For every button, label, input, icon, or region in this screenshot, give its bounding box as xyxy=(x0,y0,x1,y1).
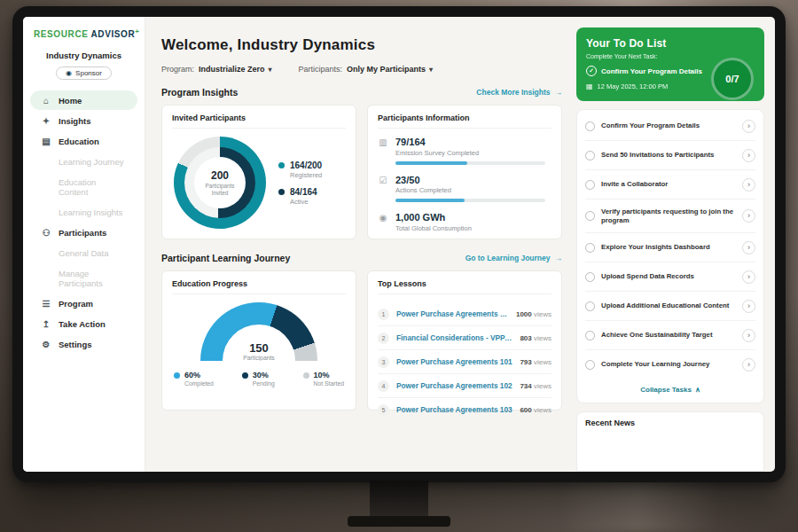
sidebar-item-home[interactable]: ⌂ Home xyxy=(30,90,137,110)
program-filter: Program: Industrialize Zero ▾ xyxy=(161,65,272,74)
chevron-right-icon[interactable]: › xyxy=(742,149,755,162)
chevron-right-icon[interactable]: › xyxy=(742,358,755,372)
donut-center: 200 Participants Invited xyxy=(194,157,246,208)
sidebar-item-education[interactable]: ▤ Education xyxy=(30,131,137,151)
task-item[interactable]: Complete Your Learning Journey › xyxy=(585,350,755,379)
chevron-down-icon: ▾ xyxy=(429,66,433,74)
check-more-insights-link[interactable]: Check More Insights → xyxy=(476,88,562,97)
logo-advisor: ADVISOR xyxy=(91,29,136,39)
legend-value: 84/164 xyxy=(290,187,317,197)
task-item[interactable]: Send 50 Invitations to Participants › xyxy=(585,141,755,170)
main-content: Welcome, Industry Dynamics Program: Indu… xyxy=(145,17,575,472)
progress-fill xyxy=(395,161,467,165)
education-icon: ▤ xyxy=(41,137,51,146)
take-action-icon: ↥ xyxy=(41,319,51,329)
info-label: Actions Completed xyxy=(395,186,552,194)
task-item[interactable]: Upload Additional Educational Content › xyxy=(585,292,755,321)
todo-progress-value: 0/7 xyxy=(725,74,739,84)
link-label: Go to Learning Journey xyxy=(466,254,551,262)
lesson-link[interactable]: Financial Considerations - VPPAs xyxy=(396,333,512,342)
donut-center-value: 200 xyxy=(211,169,229,182)
lesson-row[interactable]: 4 Power Purchase Agreements 102 734 view… xyxy=(378,374,552,398)
task-checkbox[interactable] xyxy=(585,272,595,282)
progress-fill xyxy=(395,199,465,202)
lesson-link[interactable]: Power Purchase Agreements 101 xyxy=(396,309,509,318)
task-label: Upload Additional Educational Content xyxy=(601,301,736,310)
recent-news-title: Recent News xyxy=(585,419,635,427)
actions-completed-icon: ☑ xyxy=(378,176,388,203)
task-checkbox[interactable] xyxy=(585,151,595,160)
legend-item-completed: 60% Completed xyxy=(174,371,214,387)
chevron-right-icon[interactable]: › xyxy=(742,178,755,192)
program-dropdown[interactable]: Industrialize Zero ▾ xyxy=(199,65,272,74)
sponsor-badge[interactable]: ◉ Sponsor xyxy=(56,66,112,80)
task-item[interactable]: Invite a Collaborator › xyxy=(585,170,755,200)
task-item[interactable]: Confirm Your Program Details › xyxy=(585,112,755,141)
monitor-stand-base xyxy=(348,516,450,527)
card-title: Invited Participants xyxy=(172,113,346,129)
info-value: 79/164 xyxy=(395,137,552,147)
lesson-row[interactable]: 5 Power Purchase Agreements 103 600 view… xyxy=(378,398,552,421)
task-checkbox[interactable] xyxy=(585,360,595,370)
sidebar-item-participants[interactable]: ⚇ Participants xyxy=(30,223,137,242)
gauge-legend: 60% Completed 30% Pending xyxy=(172,371,346,387)
sidebar-item-program[interactable]: ☰ Program xyxy=(30,293,137,313)
chevron-right-icon[interactable]: › xyxy=(742,300,755,313)
lesson-row[interactable]: 3 Power Purchase Agreements 101 793 view… xyxy=(378,350,552,374)
sidebar-item-education-content[interactable]: Education Content xyxy=(30,172,137,201)
task-checkbox[interactable] xyxy=(585,243,595,253)
task-checkbox[interactable] xyxy=(585,121,595,131)
recent-news-header: Recent News xyxy=(576,411,764,472)
collapse-tasks-label: Collapse Tasks xyxy=(640,386,692,394)
education-progress-card: Education Progress 150 Participants xyxy=(161,270,356,411)
legend-value: 164/200 xyxy=(290,160,322,170)
chevron-right-icon[interactable]: › xyxy=(742,329,755,342)
card-title: Education Progress xyxy=(172,279,346,294)
lesson-views: 1000 views xyxy=(516,310,552,318)
participants-dropdown[interactable]: Only My Participants ▾ xyxy=(347,65,433,74)
todo-next-task-label: Confirm Your Program Details xyxy=(601,67,702,75)
task-checkbox[interactable] xyxy=(585,211,595,221)
arrow-right-icon: → xyxy=(555,254,563,262)
todo-next-task[interactable]: ✓ Confirm Your Program Details xyxy=(586,66,710,76)
lesson-row[interactable]: 1 Power Purchase Agreements 101 1000 vie… xyxy=(378,302,552,326)
sidebar-item-label: Settings xyxy=(59,340,91,349)
sidebar-item-learning-journey[interactable]: Learning Journey xyxy=(30,152,137,171)
task-checkbox[interactable] xyxy=(585,331,595,340)
invited-participants-chart: 200 Participants Invited 164/200 Registe xyxy=(172,137,346,229)
chevron-right-icon[interactable]: › xyxy=(742,209,755,223)
emission-survey-icon: ▥ xyxy=(378,137,388,165)
top-lessons-card: Top Lessons 1 Power Purchase Agreements … xyxy=(367,270,562,411)
info-label: Emission Survey Completed xyxy=(395,149,552,157)
lesson-row[interactable]: 2 Financial Considerations - VPPAs 803 v… xyxy=(378,326,552,350)
lesson-link[interactable]: Power Purchase Agreements 103 xyxy=(396,405,512,414)
sponsor-icon: ◉ xyxy=(66,69,72,77)
task-checkbox[interactable] xyxy=(585,180,595,190)
task-item[interactable]: Verify participants requesting to join t… xyxy=(585,200,755,233)
task-item[interactable]: Achieve One Sustainability Target › xyxy=(585,321,755,350)
sidebar-item-settings[interactable]: ⚙ Settings xyxy=(30,334,137,354)
todo-due-label: 12 May 2025, 12:00 PM xyxy=(598,82,669,90)
info-value: 23/50 xyxy=(395,175,552,185)
chevron-right-icon[interactable]: › xyxy=(742,241,755,254)
lesson-link[interactable]: Power Purchase Agreements 101 xyxy=(396,357,512,366)
sidebar-item-take-action[interactable]: ↥ Take Action xyxy=(30,314,137,333)
sidebar-item-label: Home xyxy=(59,96,82,106)
gauge-center-label: Participants xyxy=(200,355,317,361)
program-insights-header: Program Insights Check More Insights → xyxy=(161,87,562,98)
link-label: Check More Insights xyxy=(476,88,550,97)
chevron-right-icon[interactable]: › xyxy=(742,120,755,133)
task-item[interactable]: Explore Your Insights Dashboard › xyxy=(585,233,755,262)
chevron-right-icon[interactable]: › xyxy=(742,270,755,284)
lesson-link[interactable]: Power Purchase Agreements 102 xyxy=(396,381,512,390)
task-checkbox[interactable] xyxy=(585,301,595,311)
sidebar-item-insights[interactable]: ✦ Insights xyxy=(30,111,137,130)
actions-completed-row: ☑ 23/50 Actions Completed xyxy=(378,175,552,203)
sidebar-item-learning-insights[interactable]: Learning Insights xyxy=(30,202,137,222)
task-item[interactable]: Upload Spend Data Records › xyxy=(585,262,755,292)
sidebar-item-manage-participants[interactable]: Manage Participants xyxy=(30,263,137,293)
calendar-icon: ▦ xyxy=(586,82,593,90)
go-to-learning-journey-link[interactable]: Go to Learning Journey → xyxy=(466,254,562,262)
collapse-tasks-button[interactable]: Collapse Tasks ∧ xyxy=(585,379,755,401)
sidebar-item-general-data[interactable]: General Data xyxy=(30,243,137,262)
